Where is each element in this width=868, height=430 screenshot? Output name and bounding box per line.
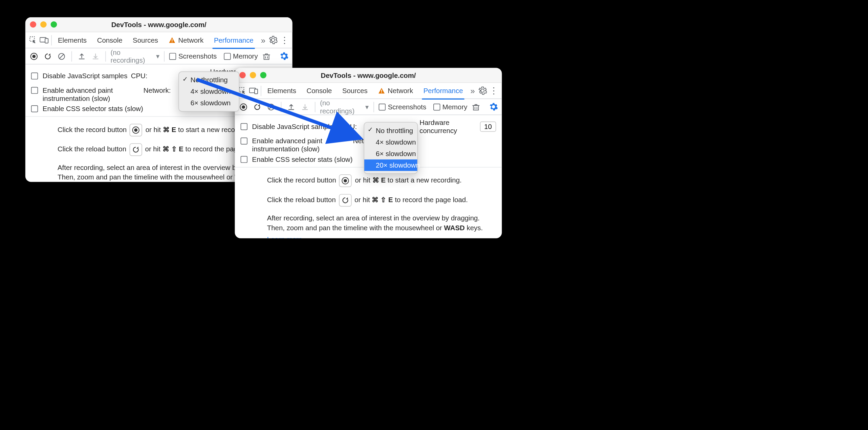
more-tabs-icon[interactable]: » [468, 83, 477, 99]
recordings-dropdown[interactable]: (no recordings) ▾ [110, 48, 159, 64]
tab-network[interactable]: Network [373, 83, 418, 99]
svg-line-20 [269, 105, 273, 109]
tab-console[interactable]: Console [301, 83, 337, 99]
svg-rect-21 [473, 105, 478, 110]
gc-icon[interactable] [471, 102, 481, 112]
svg-point-23 [344, 179, 347, 182]
adv-paint-checkbox[interactable]: Enable advanced paint instrumentation (s… [31, 86, 144, 103]
cpu-label: CPU: [340, 123, 357, 131]
warning-icon [169, 37, 175, 43]
capture-settings-icon[interactable] [488, 102, 499, 112]
cpu-6x[interactable]: 6× slowdown [364, 148, 417, 159]
recordings-dropdown[interactable]: (no recordings) ▾ [320, 99, 369, 115]
tabstrip: Elements Console Sources Network Perform… [235, 83, 502, 99]
inspect-icon[interactable] [28, 32, 39, 48]
cpu-4x[interactable]: 4× slowdown [364, 136, 417, 148]
learn-more-link[interactable]: Learn more [267, 235, 302, 238]
devtools-window-right: DevTools - www.google.com/ Elements Cons… [235, 68, 502, 238]
cpu-throttling-menu: No throttling 4× slowdown 6× slowdown 20… [364, 122, 418, 174]
perf-toolbar: (no recordings) ▾ Screenshots Memory [25, 48, 292, 65]
upload-icon[interactable] [286, 102, 297, 112]
tab-sources[interactable]: Sources [128, 32, 163, 48]
svg-rect-16 [381, 92, 382, 93]
svg-line-8 [60, 54, 64, 58]
svg-rect-3 [172, 39, 172, 41]
gear-icon[interactable] [477, 83, 489, 99]
gc-icon[interactable] [261, 51, 272, 61]
warning-icon [378, 87, 385, 94]
reload-button[interactable] [43, 51, 53, 61]
cpu-20x[interactable]: 20× slowdown [364, 159, 417, 171]
cpu-label: CPU: [131, 72, 148, 80]
tab-network[interactable]: Network [163, 32, 209, 48]
record-icon [130, 124, 142, 136]
svg-rect-4 [172, 41, 172, 42]
disable-js-checkbox[interactable]: Disable JavaScript samples [241, 123, 341, 131]
svg-rect-14 [255, 89, 258, 93]
memory-checkbox[interactable]: Memory [224, 52, 258, 60]
kebab-menu-icon[interactable]: ⋮ [279, 32, 290, 48]
tab-elements[interactable]: Elements [262, 83, 302, 99]
capture-settings-icon[interactable] [279, 51, 289, 61]
cpu-6x[interactable]: 6× slowdown [179, 97, 239, 109]
record-icon [339, 174, 352, 187]
cpu-no-throttling[interactable]: No throttling [179, 74, 239, 86]
network-label: Network: [144, 86, 171, 94]
screenshots-checkbox[interactable]: Screenshots [379, 103, 427, 111]
help-text: Click the record button or hit ⌘ E to st… [235, 168, 502, 238]
window-title: DevTools - www.google.com/ [235, 71, 502, 79]
kebab-menu-icon[interactable]: ⋮ [489, 83, 500, 99]
titlebar: DevTools - www.google.com/ [235, 68, 502, 83]
record-button[interactable] [29, 51, 39, 61]
cpu-4x[interactable]: 4× slowdown [179, 86, 239, 97]
svg-rect-15 [381, 89, 382, 91]
reload-icon [129, 143, 142, 156]
tab-performance[interactable]: Performance [209, 32, 259, 48]
tab-elements[interactable]: Elements [53, 32, 92, 48]
svg-point-18 [242, 105, 245, 108]
clear-button[interactable] [266, 102, 276, 112]
tab-performance[interactable]: Performance [418, 83, 468, 99]
svg-point-6 [32, 55, 36, 58]
svg-point-11 [134, 128, 138, 132]
disable-js-checkbox[interactable]: Disable JavaScript samples [31, 72, 131, 80]
upload-icon[interactable] [77, 51, 87, 61]
titlebar: DevTools - www.google.com/ [25, 17, 292, 32]
tabstrip: Elements Console Sources Network Perform… [25, 32, 292, 48]
device-toggle-icon[interactable] [248, 83, 259, 99]
download-icon[interactable] [300, 102, 310, 112]
cpu-no-throttling[interactable]: No throttling [364, 125, 417, 136]
more-tabs-icon[interactable]: » [259, 32, 268, 48]
cpu-throttling-menu: No throttling 4× slowdown 6× slowdown [178, 71, 239, 112]
perf-toolbar: (no recordings) ▾ Screenshots Memory [235, 99, 502, 115]
hw-value-input[interactable] [480, 122, 496, 132]
reload-icon [339, 194, 351, 207]
gear-icon[interactable] [268, 32, 279, 48]
svg-rect-2 [45, 38, 48, 43]
adv-paint-checkbox[interactable]: Enable advanced paint instrumentation (s… [241, 137, 353, 153]
download-icon[interactable] [90, 51, 101, 61]
screenshots-checkbox[interactable]: Screenshots [169, 52, 217, 60]
memory-checkbox[interactable]: Memory [433, 103, 468, 111]
window-title: DevTools - www.google.com/ [25, 20, 292, 28]
device-toggle-icon[interactable] [39, 32, 50, 48]
tab-sources[interactable]: Sources [337, 83, 373, 99]
record-button[interactable] [238, 102, 249, 112]
hw-concurrency[interactable]: Hardware concurrency [408, 119, 496, 135]
clear-button[interactable] [57, 51, 67, 61]
tab-console[interactable]: Console [92, 32, 127, 48]
reload-button[interactable] [252, 102, 263, 112]
svg-rect-9 [264, 55, 269, 59]
